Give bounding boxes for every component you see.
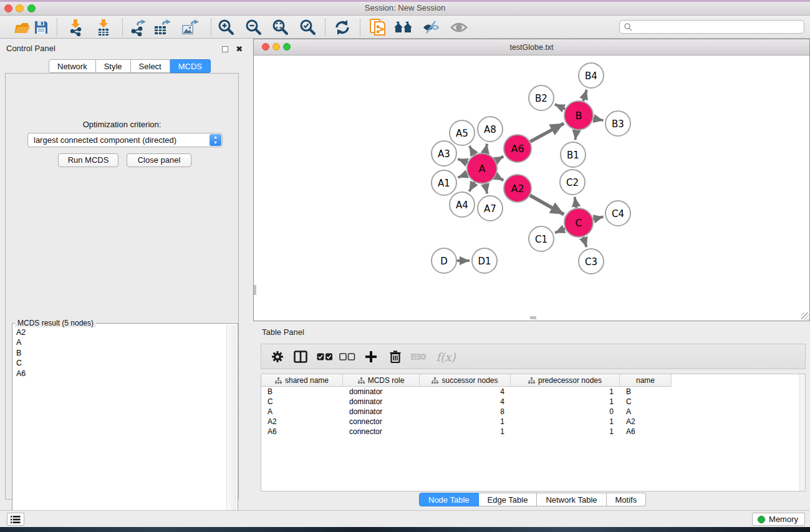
add-row-icon[interactable] [361, 347, 381, 366]
tab-style[interactable]: Style [96, 59, 131, 73]
mcds-result-item[interactable]: A [16, 337, 26, 347]
export-network-icon[interactable] [127, 18, 148, 37]
search-field[interactable] [619, 20, 804, 34]
cell-name[interactable]: A [620, 407, 672, 417]
column-header-predecessor-nodes[interactable]: predecessor nodes [511, 374, 620, 387]
node-table[interactable]: shared nameMCDS rolesuccessor nodesprede… [261, 374, 806, 491]
new-network-from-selection-icon[interactable] [367, 18, 388, 37]
zoom-fit-icon[interactable] [269, 18, 291, 37]
edge-A-A3[interactable] [458, 159, 467, 163]
cell-MCDS-role[interactable]: dominator [343, 397, 420, 407]
cell-name[interactable]: C [620, 397, 672, 407]
edge-B-B3[interactable] [594, 118, 604, 120]
network-graph[interactable]: AA6A2BCA5A8A3A1A4A7B2B4B3B1C2C4C1C3DD1 [254, 56, 809, 320]
cell-predecessor-nodes[interactable]: 1 [511, 387, 620, 397]
edge-A-A5[interactable] [470, 146, 475, 155]
edge-B-B4[interactable] [583, 90, 587, 101]
table-row[interactable]: A2connector11A2 [261, 417, 805, 427]
import-network-icon[interactable] [65, 18, 86, 37]
mcds-result-scrollbar[interactable] [226, 325, 236, 529]
zoom-in-icon[interactable] [215, 18, 236, 37]
cell-name[interactable]: A2 [620, 417, 672, 427]
apply-layout-icon[interactable] [332, 18, 353, 37]
tab-edge-table[interactable]: Edge Table [479, 493, 538, 506]
first-neighbors-icon[interactable] [393, 18, 414, 37]
close-panel-button[interactable]: Close panel [127, 153, 191, 167]
zoom-out-icon[interactable] [243, 18, 264, 37]
cell-successor-nodes[interactable]: 1 [420, 427, 511, 437]
run-mcds-button[interactable]: Run MCDS [58, 153, 118, 167]
zoom-selected-icon[interactable] [297, 18, 318, 37]
tab-motifs[interactable]: Motifs [607, 493, 647, 506]
cell-shared-name[interactable]: A2 [261, 417, 343, 427]
close-panel-icon[interactable]: ✖ [236, 44, 243, 54]
cell-MCDS-role[interactable]: connector [343, 427, 420, 437]
cell-successor-nodes[interactable]: 1 [420, 417, 511, 427]
tab-select[interactable]: Select [131, 59, 170, 73]
table-row[interactable]: Adominator80A [261, 407, 805, 417]
cell-predecessor-nodes[interactable]: 1 [511, 427, 620, 437]
mcds-result-item[interactable]: A2 [16, 327, 26, 337]
memory-button[interactable]: Memory [752, 513, 805, 526]
tab-mcds[interactable]: MCDS [170, 59, 211, 73]
cell-MCDS-role[interactable]: dominator [343, 407, 420, 417]
edge-A2-C[interactable] [530, 195, 564, 215]
cell-shared-name[interactable]: B [261, 387, 343, 397]
column-header-successor-nodes[interactable]: successor nodes [420, 374, 511, 387]
mcds-result-item[interactable]: A6 [16, 369, 26, 379]
tab-network-table[interactable]: Network Table [537, 493, 606, 506]
mcds-result-item[interactable]: C [16, 358, 26, 368]
table-settings-icon[interactable] [268, 347, 287, 366]
save-session-icon[interactable] [31, 18, 52, 37]
cell-predecessor-nodes[interactable]: 1 [511, 397, 620, 407]
cell-successor-nodes[interactable]: 8 [420, 407, 511, 417]
edge-B-B2[interactable] [555, 104, 566, 109]
edge-A-A4[interactable] [470, 182, 475, 191]
select-all-icon[interactable] [315, 347, 335, 366]
cell-predecessor-nodes[interactable]: 0 [511, 407, 620, 417]
float-panel-icon[interactable] [222, 46, 228, 52]
optimization-criterion-dropdown[interactable]: largest connected component (directed) ▲… [27, 133, 223, 147]
cell-shared-name[interactable]: A6 [261, 427, 343, 437]
edge-C-C2[interactable] [575, 197, 577, 208]
edge-A-A8[interactable] [485, 144, 487, 153]
cell-successor-nodes[interactable]: 4 [420, 397, 511, 407]
edge-A-A6[interactable] [496, 157, 504, 161]
cell-shared-name[interactable]: A [261, 407, 343, 417]
tab-node-table[interactable]: Node Table [419, 493, 479, 506]
edge-C-C4[interactable] [593, 217, 603, 220]
export-table-icon[interactable] [152, 18, 173, 37]
edge-A-A7[interactable] [485, 183, 487, 193]
import-table-icon[interactable] [93, 18, 114, 37]
cell-predecessor-nodes[interactable]: 1 [511, 417, 620, 427]
edge-A-A2[interactable] [496, 176, 504, 180]
table-row[interactable]: A6connector11A6 [261, 427, 805, 437]
cell-shared-name[interactable]: C [261, 397, 343, 407]
cell-name[interactable]: B [620, 387, 672, 397]
edge-C-C3[interactable] [583, 237, 586, 247]
delete-row-icon[interactable] [385, 347, 405, 366]
mcds-result-item[interactable]: B [16, 348, 26, 358]
edge-C-C1[interactable] [555, 229, 565, 233]
window-resize-grip[interactable] [801, 312, 809, 320]
show-all-icon[interactable] [448, 18, 470, 37]
edge-A-A1[interactable] [458, 174, 467, 178]
tab-network[interactable]: Network [49, 59, 96, 73]
search-input[interactable] [632, 22, 804, 31]
canvas-horizontal-scroll-nub[interactable] [530, 316, 536, 319]
table-row[interactable]: Bdominator41B [261, 387, 805, 397]
cell-name[interactable]: A6 [620, 427, 672, 437]
network-canvas[interactable]: AA6A2BCA5A8A3A1A4A7B2B4B3B1C2C4C1C3DD1 [254, 56, 809, 320]
mcds-result-list[interactable]: A2ABCA6 [14, 327, 26, 379]
canvas-vertical-scroll-nub[interactable] [254, 285, 256, 295]
column-header-name[interactable]: name [620, 374, 672, 387]
table-scrollbar[interactable] [799, 374, 805, 491]
cell-MCDS-role[interactable]: dominator [343, 387, 420, 397]
show-panels-list-button[interactable] [7, 513, 24, 526]
table-row[interactable]: Cdominator41C [261, 397, 805, 407]
edge-A6-B[interactable] [530, 123, 564, 142]
open-file-icon[interactable] [11, 18, 32, 37]
export-image-icon[interactable] [180, 18, 201, 37]
edge-B-B1[interactable] [575, 130, 576, 140]
cell-MCDS-role[interactable]: connector [343, 417, 420, 427]
